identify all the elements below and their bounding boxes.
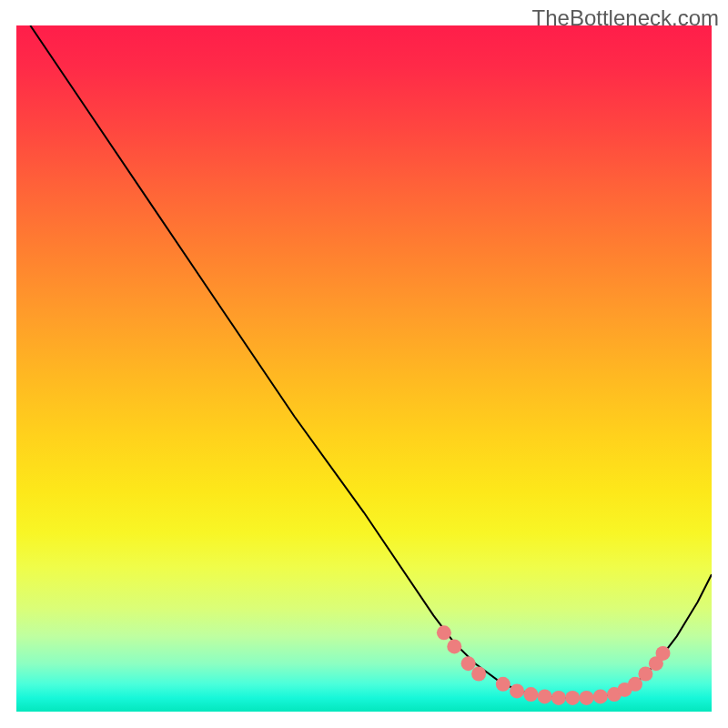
chart-container: TheBottleneck.com: [0, 0, 728, 728]
marker-dot: [496, 677, 511, 692]
marker-dot: [551, 691, 566, 705]
marker-dot: [628, 677, 642, 692]
marker-dot: [593, 689, 608, 703]
plot-area: [16, 25, 712, 712]
marker-dot: [638, 667, 652, 682]
chart-svg: [16, 25, 712, 712]
marker-dot: [656, 646, 671, 661]
marker-dot: [510, 683, 524, 698]
marker-dot: [471, 667, 486, 682]
marker-dot: [580, 691, 594, 705]
watermark-text: TheBottleneck.com: [532, 5, 719, 31]
marker-dot: [447, 639, 461, 653]
marker-dot: [523, 687, 538, 702]
marker-dot: [565, 691, 580, 705]
curve-line: [30, 25, 712, 698]
marker-dot: [461, 656, 476, 671]
marker-dot: [437, 625, 451, 640]
marker-group: [437, 625, 671, 705]
marker-dot: [538, 689, 552, 703]
